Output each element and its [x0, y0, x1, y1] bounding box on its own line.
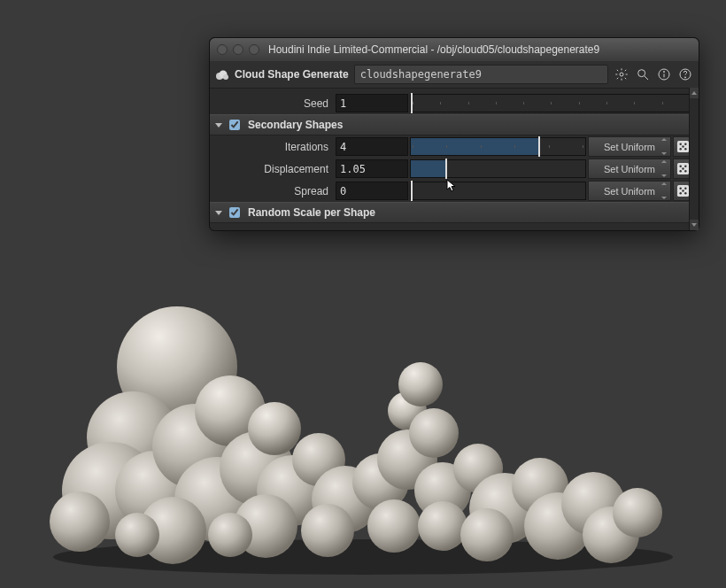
svg-point-26 [682, 190, 684, 191]
disclosure-triangle-icon[interactable] [215, 211, 222, 215]
svg-point-22 [684, 170, 686, 172]
minimize-dot[interactable] [233, 44, 243, 55]
seed-slider[interactable] [410, 94, 693, 112]
svg-point-21 [679, 170, 681, 172]
svg-point-13 [684, 143, 686, 144]
search-icon[interactable] [635, 66, 651, 82]
svg-point-40 [248, 402, 301, 455]
random-scale-section[interactable]: Random Scale per Shape [210, 202, 699, 223]
svg-point-19 [684, 165, 686, 166]
window-title: Houdini Indie Limited-Commercial - /obj/… [268, 43, 599, 56]
svg-point-16 [684, 148, 686, 150]
svg-point-53 [418, 501, 467, 551]
scroll-down-arrow-icon[interactable] [690, 220, 699, 230]
svg-point-49 [398, 362, 443, 406]
svg-point-51 [409, 408, 459, 458]
svg-point-10 [684, 77, 685, 78]
displacement-input[interactable] [336, 159, 408, 178]
secondary-shapes-section[interactable]: Secondary Shapes [210, 114, 699, 135]
secondary-shapes-checkbox[interactable] [229, 120, 240, 130]
info-icon[interactable] [656, 66, 672, 82]
window-titlebar[interactable]: Houdini Indie Limited-Commercial - /obj/… [210, 38, 699, 61]
gear-icon[interactable] [614, 66, 629, 82]
svg-point-4 [638, 70, 645, 77]
spread-mode-menu[interactable]: Set Uniform [588, 181, 671, 201]
displacement-row: Displacement Set Uniform [210, 158, 699, 180]
svg-point-24 [679, 187, 681, 189]
dice-icon [676, 162, 690, 175]
svg-point-15 [679, 148, 681, 150]
help-icon[interactable] [677, 66, 693, 82]
iterations-input[interactable] [336, 137, 408, 156]
svg-point-18 [679, 165, 681, 166]
svg-point-8 [663, 71, 664, 72]
parameter-panel: Houdini Indie Limited-Commercial - /obj/… [209, 37, 699, 231]
disclosure-triangle-icon[interactable] [215, 123, 222, 128]
svg-point-63 [115, 513, 159, 557]
svg-point-28 [684, 192, 686, 194]
svg-point-20 [682, 167, 684, 169]
svg-point-56 [460, 508, 514, 561]
svg-point-27 [679, 192, 681, 194]
random-scale-checkbox[interactable] [229, 207, 240, 218]
random-scale-title: Random Scale per Shape [248, 206, 375, 219]
spread-slider[interactable] [410, 182, 586, 200]
iterations-row: Iterations Set Uniform [210, 135, 699, 158]
svg-line-5 [645, 76, 648, 80]
svg-point-61 [613, 488, 662, 538]
spread-row: Spread Set Uniform [210, 180, 699, 202]
svg-point-3 [620, 73, 623, 76]
iterations-mode-menu[interactable]: Set Uniform [588, 136, 671, 157]
close-dot[interactable] [217, 44, 228, 55]
cloud-node-icon [215, 67, 229, 81]
iterations-label: Iterations [215, 141, 334, 153]
secondary-shapes-title: Secondary Shapes [248, 119, 343, 131]
scroll-up-arrow-icon[interactable] [690, 88, 699, 98]
seed-input[interactable] [336, 94, 408, 112]
viewport-cloud-geometry [27, 260, 699, 579]
spread-input[interactable] [336, 182, 408, 200]
zoom-dot[interactable] [249, 44, 259, 55]
seed-label: Seed [215, 97, 334, 110]
displacement-label: Displacement [215, 163, 334, 175]
svg-point-14 [682, 145, 684, 147]
parameter-body: Seed Secondary Shapes Iterations Set Uni… [210, 89, 699, 230]
iterations-slider[interactable] [410, 137, 586, 156]
node-toolbar: Cloud Shape Generate [210, 61, 699, 89]
dice-icon [676, 140, 690, 153]
svg-point-47 [367, 499, 421, 553]
svg-point-62 [208, 513, 252, 557]
displacement-mode-menu[interactable]: Set Uniform [588, 159, 671, 179]
svg-point-12 [679, 143, 681, 144]
node-type-label: Cloud Shape Generate [235, 68, 349, 81]
dice-icon [676, 184, 690, 197]
spread-label: Spread [215, 185, 334, 197]
svg-point-45 [301, 504, 354, 557]
displacement-slider[interactable] [410, 159, 586, 178]
panel-scrollbar[interactable] [689, 88, 699, 230]
node-name-input[interactable] [354, 65, 608, 84]
svg-point-25 [684, 187, 686, 189]
svg-point-2 [223, 74, 228, 80]
svg-point-33 [50, 491, 110, 552]
seed-row: Seed [210, 92, 699, 114]
